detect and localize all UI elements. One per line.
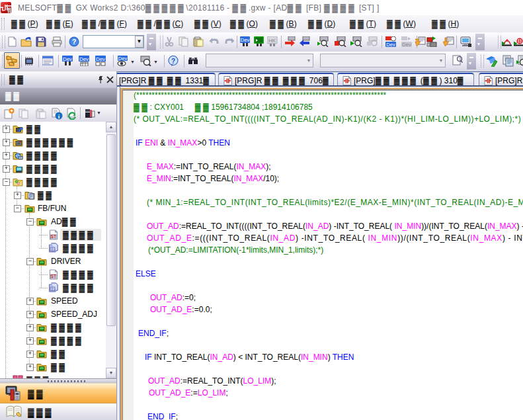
svg-text:Dev: Dev xyxy=(402,42,411,48)
svg-text:Dev: Dev xyxy=(96,56,105,62)
svg-text:Dev: Dev xyxy=(386,42,395,48)
svg-text:Dev: Dev xyxy=(118,56,128,62)
svg-text:Dev: Dev xyxy=(63,56,72,62)
svg-text:HK: HK xyxy=(268,38,276,44)
svg-text:?: ? xyxy=(171,58,175,65)
svg-text:Dev: Dev xyxy=(79,56,89,62)
svg-text:Dev: Dev xyxy=(240,37,249,43)
svg-text:?: ? xyxy=(72,38,77,46)
